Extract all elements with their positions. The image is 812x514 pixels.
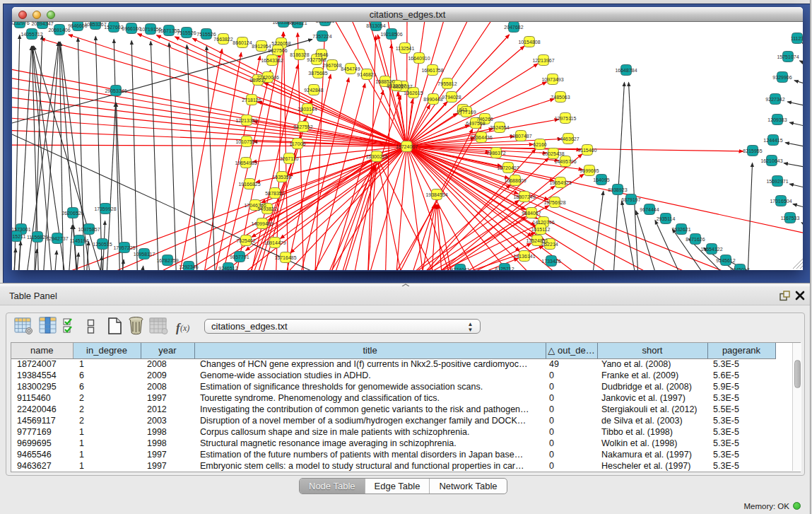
svg-text:10958117: 10958117 <box>134 252 155 257</box>
svg-text:15300215: 15300215 <box>365 154 387 159</box>
svg-text:18724007: 18724007 <box>396 144 418 149</box>
svg-text:9245012: 9245012 <box>730 267 749 270</box>
svg-text:12942737: 12942737 <box>46 236 68 241</box>
svg-text:15720407: 15720407 <box>497 165 519 170</box>
svg-text:19384554: 19384554 <box>425 192 447 197</box>
svg-text:62160: 62160 <box>533 142 547 147</box>
svg-text:10973493: 10973493 <box>541 77 563 82</box>
svg-text:9242848: 9242848 <box>304 88 323 93</box>
svg-text:29053346: 29053346 <box>105 88 126 93</box>
svg-text:6232976: 6232976 <box>12 22 30 25</box>
svg-text:8938923: 8938923 <box>608 187 627 192</box>
svg-text:10654122: 10654122 <box>700 247 722 252</box>
svg-text:10975857: 10975857 <box>78 227 100 232</box>
svg-text:8471626: 8471626 <box>686 237 705 242</box>
svg-text:10688609: 10688609 <box>504 178 526 183</box>
svg-text:7625402: 7625402 <box>236 238 255 243</box>
svg-text:16543362: 16543362 <box>261 58 283 63</box>
svg-text:12213383: 12213383 <box>235 118 257 123</box>
svg-text:9827506: 9827506 <box>268 48 287 53</box>
svg-text:17359928: 17359928 <box>94 206 116 211</box>
svg-text:7357224: 7357224 <box>312 34 331 39</box>
svg-text:117006: 117006 <box>290 141 306 146</box>
svg-text:8186328: 8186328 <box>290 52 309 57</box>
svg-text:1244415: 1244415 <box>763 138 782 143</box>
svg-text:(x): (x) <box>180 323 189 333</box>
svg-text:7515526: 7515526 <box>177 30 196 35</box>
svg-text:14495796: 14495796 <box>554 159 576 164</box>
svg-text:252214: 252214 <box>541 242 558 247</box>
svg-text:2935114: 2935114 <box>657 216 676 221</box>
svg-text:2803144: 2803144 <box>298 107 317 112</box>
svg-text:9227342: 9227342 <box>765 97 784 102</box>
svg-text:9327508: 9327508 <box>307 57 326 62</box>
svg-text:10154808: 10154808 <box>518 40 540 45</box>
svg-text:18807249: 18807249 <box>513 194 535 199</box>
svg-text:8660124: 8660124 <box>233 40 252 45</box>
svg-text:6497568: 6497568 <box>466 121 485 126</box>
svg-text:2967608: 2967608 <box>322 63 341 68</box>
svg-text:8322037: 8322037 <box>387 83 406 88</box>
svg-text:19654923: 19654923 <box>549 180 571 185</box>
svg-text:7485063: 7485063 <box>551 95 570 100</box>
svg-text:7955812: 7955812 <box>437 81 457 86</box>
svg-text:9684067: 9684067 <box>522 211 541 216</box>
svg-text:10853267: 10853267 <box>84 22 106 27</box>
svg-text:11156829: 11156829 <box>27 235 48 240</box>
svg-text:989617: 989617 <box>249 78 266 83</box>
svg-text:15692971: 15692971 <box>766 179 788 184</box>
svg-text:10025438: 10025438 <box>542 151 564 156</box>
svg-text:14120746: 14120746 <box>532 220 554 225</box>
svg-text:16914479: 16914479 <box>264 240 286 245</box>
svg-text:19166825: 19166825 <box>238 182 260 187</box>
svg-text:11123: 11123 <box>791 36 803 41</box>
svg-text:9774041: 9774041 <box>450 267 469 270</box>
svg-text:2718126: 2718126 <box>242 98 261 103</box>
svg-text:10107554: 10107554 <box>235 139 257 144</box>
svg-text:2047682: 2047682 <box>504 25 523 30</box>
svg-text:1132541: 1132541 <box>396 46 415 51</box>
svg-text:1250515: 1250515 <box>93 242 112 247</box>
svg-text:26206526: 26206526 <box>61 211 83 216</box>
svg-text:17016504: 17016504 <box>770 199 792 204</box>
svg-text:14055712: 14055712 <box>20 32 42 37</box>
svg-text:1535359: 1535359 <box>272 175 291 180</box>
svg-text:5493822: 5493822 <box>257 206 276 211</box>
svg-text:8125712: 8125712 <box>495 267 514 270</box>
svg-text:9699695: 9699695 <box>579 168 599 173</box>
svg-text:6879197: 6879197 <box>621 197 640 202</box>
svg-text:1573001: 1573001 <box>12 227 31 232</box>
svg-text:20364436: 20364436 <box>470 135 492 140</box>
svg-text:8881511: 8881511 <box>316 22 335 23</box>
svg-text:19654985: 19654985 <box>235 160 257 165</box>
svg-text:1209383: 1209383 <box>767 117 787 122</box>
svg-text:1145194: 1145194 <box>70 238 89 243</box>
svg-text:1615112: 1615112 <box>531 227 551 232</box>
svg-text:1733426: 1733426 <box>541 259 560 264</box>
svg-text:16648784: 16648784 <box>615 68 637 73</box>
svg-text:8813054: 8813054 <box>366 23 385 28</box>
svg-text:16961758: 16961758 <box>421 68 443 73</box>
svg-text:19218506: 19218506 <box>380 32 402 37</box>
svg-text:9246512: 9246512 <box>218 266 237 270</box>
svg-text:15716485: 15716485 <box>274 255 296 260</box>
svg-text:3915211: 3915211 <box>12 234 25 239</box>
svg-text:3624554: 3624554 <box>490 125 509 130</box>
svg-text:1292346: 1292346 <box>179 264 198 269</box>
svg-text:9857791: 9857791 <box>230 255 249 259</box>
svg-text:9146821: 9146821 <box>357 72 376 77</box>
svg-text:6966160: 6966160 <box>122 26 141 31</box>
svg-text:7663822: 7663822 <box>213 37 233 42</box>
svg-text:9115460: 9115460 <box>578 148 597 153</box>
svg-text:9634821: 9634821 <box>288 22 307 25</box>
svg-text:8990448: 8990448 <box>423 97 442 102</box>
svg-text:20691406: 20691406 <box>48 28 70 33</box>
svg-text:12975115: 12975115 <box>555 116 577 121</box>
svg-text:20394347: 20394347 <box>31 22 53 26</box>
svg-text:14136141: 14136141 <box>513 254 535 259</box>
svg-text:1167533: 1167533 <box>781 216 800 221</box>
svg-text:16210643: 16210643 <box>760 158 782 163</box>
svg-text:7632621: 7632621 <box>671 227 690 232</box>
svg-text:16782759: 16782759 <box>156 258 178 263</box>
svg-text:15751074: 15751074 <box>777 54 799 59</box>
